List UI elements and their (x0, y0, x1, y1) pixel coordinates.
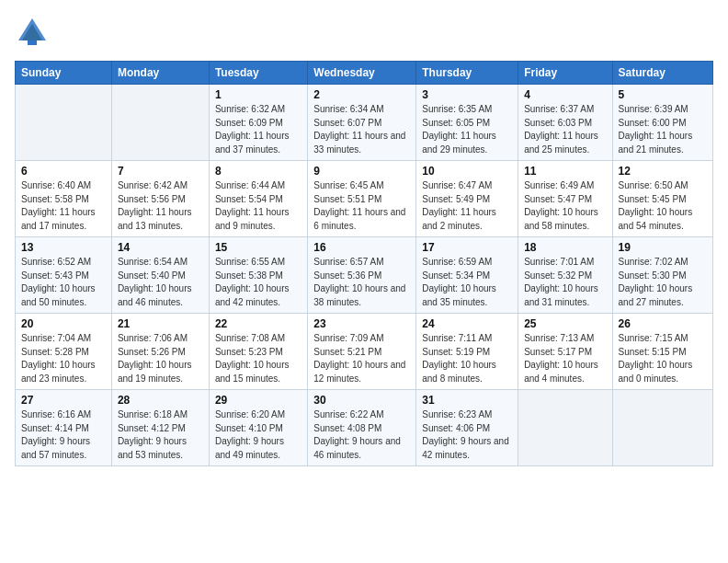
day-detail: Sunrise: 7:02 AMSunset: 5:30 PMDaylight:… (619, 256, 707, 309)
svg-rect-2 (28, 40, 37, 45)
day-detail: Sunrise: 6:34 AMSunset: 6:07 PMDaylight:… (313, 103, 410, 156)
day-detail: Sunrise: 7:08 AMSunset: 5:23 PMDaylight:… (215, 332, 301, 385)
calendar-cell: 5Sunrise: 6:39 AMSunset: 6:00 PMDaylight… (612, 85, 712, 161)
calendar-cell: 10Sunrise: 6:47 AMSunset: 5:49 PMDayligh… (416, 161, 518, 237)
day-detail: Sunrise: 7:13 AMSunset: 5:17 PMDaylight:… (524, 332, 606, 385)
day-detail: Sunrise: 7:09 AMSunset: 5:21 PMDaylight:… (313, 332, 410, 385)
day-detail: Sunrise: 6:55 AMSunset: 5:38 PMDaylight:… (215, 256, 301, 309)
day-number: 30 (313, 394, 410, 407)
calendar-cell (612, 390, 712, 466)
day-number: 4 (524, 88, 606, 101)
calendar-cell: 9Sunrise: 6:45 AMSunset: 5:51 PMDaylight… (308, 161, 416, 237)
day-detail: Sunrise: 7:15 AMSunset: 5:15 PMDaylight:… (619, 332, 707, 385)
day-detail: Sunrise: 7:06 AMSunset: 5:26 PMDaylight:… (118, 332, 203, 385)
day-number: 21 (118, 317, 203, 330)
week-row-1: 1Sunrise: 6:32 AMSunset: 6:09 PMDaylight… (16, 85, 713, 161)
day-number: 18 (524, 241, 606, 254)
day-detail: Sunrise: 6:52 AMSunset: 5:43 PMDaylight:… (21, 256, 106, 309)
day-detail: Sunrise: 6:18 AMSunset: 4:12 PMDaylight:… (118, 408, 203, 462)
calendar-cell: 25Sunrise: 7:13 AMSunset: 5:17 PMDayligh… (518, 314, 612, 390)
calendar-cell: 12Sunrise: 6:50 AMSunset: 5:45 PMDayligh… (612, 161, 712, 237)
calendar-cell: 15Sunrise: 6:55 AMSunset: 5:38 PMDayligh… (209, 237, 307, 314)
day-detail: Sunrise: 6:50 AMSunset: 5:45 PMDaylight:… (619, 179, 707, 233)
calendar-header-tuesday: Tuesday (209, 62, 307, 85)
calendar-header-row: SundayMondayTuesdayWednesdayThursdayFrid… (16, 62, 713, 85)
calendar-table: SundayMondayTuesdayWednesdayThursdayFrid… (15, 61, 713, 466)
day-detail: Sunrise: 6:37 AMSunset: 6:03 PMDaylight:… (524, 103, 606, 156)
day-detail: Sunrise: 7:01 AMSunset: 5:32 PMDaylight:… (524, 256, 606, 309)
day-detail: Sunrise: 6:47 AMSunset: 5:49 PMDaylight:… (422, 179, 512, 233)
week-row-5: 27Sunrise: 6:16 AMSunset: 4:14 PMDayligh… (16, 390, 713, 466)
day-number: 3 (422, 88, 512, 101)
day-number: 14 (118, 241, 203, 254)
day-detail: Sunrise: 6:16 AMSunset: 4:14 PMDaylight:… (21, 408, 106, 462)
calendar-cell: 7Sunrise: 6:42 AMSunset: 5:56 PMDaylight… (111, 161, 209, 237)
calendar-cell: 27Sunrise: 6:16 AMSunset: 4:14 PMDayligh… (16, 390, 112, 466)
calendar-header-monday: Monday (111, 62, 209, 85)
calendar-header-friday: Friday (518, 62, 612, 85)
day-number: 16 (313, 241, 410, 254)
calendar-cell: 28Sunrise: 6:18 AMSunset: 4:12 PMDayligh… (111, 390, 209, 466)
day-detail: Sunrise: 7:11 AMSunset: 5:19 PMDaylight:… (422, 332, 512, 385)
day-number: 13 (21, 241, 106, 254)
day-number: 24 (422, 317, 512, 330)
day-number: 9 (313, 165, 410, 178)
calendar-cell: 30Sunrise: 6:22 AMSunset: 4:08 PMDayligh… (308, 390, 416, 466)
calendar-cell: 31Sunrise: 6:23 AMSunset: 4:06 PMDayligh… (416, 390, 518, 466)
day-detail: Sunrise: 6:40 AMSunset: 5:58 PMDaylight:… (21, 179, 106, 233)
calendar-header-wednesday: Wednesday (308, 62, 416, 85)
calendar-cell: 18Sunrise: 7:01 AMSunset: 5:32 PMDayligh… (518, 237, 612, 314)
day-detail: Sunrise: 6:20 AMSunset: 4:10 PMDaylight:… (215, 408, 301, 462)
day-detail: Sunrise: 6:54 AMSunset: 5:40 PMDaylight:… (118, 256, 203, 309)
day-detail: Sunrise: 6:32 AMSunset: 6:09 PMDaylight:… (215, 103, 301, 156)
day-number: 10 (422, 165, 512, 178)
day-number: 6 (21, 165, 106, 178)
calendar-cell: 11Sunrise: 6:49 AMSunset: 5:47 PMDayligh… (518, 161, 612, 237)
calendar-cell: 22Sunrise: 7:08 AMSunset: 5:23 PMDayligh… (209, 314, 307, 390)
calendar-cell (16, 85, 112, 161)
day-detail: Sunrise: 6:59 AMSunset: 5:34 PMDaylight:… (422, 256, 512, 309)
day-detail: Sunrise: 6:45 AMSunset: 5:51 PMDaylight:… (313, 179, 410, 233)
calendar-cell: 4Sunrise: 6:37 AMSunset: 6:03 PMDaylight… (518, 85, 612, 161)
day-number: 25 (524, 317, 606, 330)
day-number: 5 (619, 88, 707, 101)
calendar-header-saturday: Saturday (612, 62, 712, 85)
day-number: 8 (215, 165, 301, 178)
header (15, 15, 713, 50)
day-detail: Sunrise: 6:42 AMSunset: 5:56 PMDaylight:… (118, 179, 203, 233)
week-row-4: 20Sunrise: 7:04 AMSunset: 5:28 PMDayligh… (16, 314, 713, 390)
day-number: 2 (313, 88, 410, 101)
day-number: 12 (619, 165, 707, 178)
week-row-3: 13Sunrise: 6:52 AMSunset: 5:43 PMDayligh… (16, 237, 713, 314)
day-number: 26 (619, 317, 707, 330)
calendar-cell: 29Sunrise: 6:20 AMSunset: 4:10 PMDayligh… (209, 390, 307, 466)
day-detail: Sunrise: 7:04 AMSunset: 5:28 PMDaylight:… (21, 332, 106, 385)
day-detail: Sunrise: 6:44 AMSunset: 5:54 PMDaylight:… (215, 179, 301, 233)
day-detail: Sunrise: 6:23 AMSunset: 4:06 PMDaylight:… (422, 408, 512, 462)
calendar-cell: 6Sunrise: 6:40 AMSunset: 5:58 PMDaylight… (16, 161, 112, 237)
logo (15, 15, 50, 50)
calendar-cell: 16Sunrise: 6:57 AMSunset: 5:36 PMDayligh… (308, 237, 416, 314)
calendar-cell: 2Sunrise: 6:34 AMSunset: 6:07 PMDaylight… (308, 85, 416, 161)
week-row-2: 6Sunrise: 6:40 AMSunset: 5:58 PMDaylight… (16, 161, 713, 237)
calendar-cell: 14Sunrise: 6:54 AMSunset: 5:40 PMDayligh… (111, 237, 209, 314)
calendar-cell (111, 85, 209, 161)
day-number: 11 (524, 165, 606, 178)
calendar-cell: 21Sunrise: 7:06 AMSunset: 5:26 PMDayligh… (111, 314, 209, 390)
calendar-cell: 13Sunrise: 6:52 AMSunset: 5:43 PMDayligh… (16, 237, 112, 314)
calendar-cell: 3Sunrise: 6:35 AMSunset: 6:05 PMDaylight… (416, 85, 518, 161)
day-number: 1 (215, 88, 301, 101)
day-detail: Sunrise: 6:22 AMSunset: 4:08 PMDaylight:… (313, 408, 410, 462)
day-detail: Sunrise: 6:39 AMSunset: 6:00 PMDaylight:… (619, 103, 707, 156)
calendar-cell: 20Sunrise: 7:04 AMSunset: 5:28 PMDayligh… (16, 314, 112, 390)
calendar-header-sunday: Sunday (16, 62, 112, 85)
day-number: 20 (21, 317, 106, 330)
calendar-cell (518, 390, 612, 466)
day-number: 23 (313, 317, 410, 330)
logo-icon (15, 15, 50, 50)
day-number: 7 (118, 165, 203, 178)
calendar-header-thursday: Thursday (416, 62, 518, 85)
calendar-cell: 26Sunrise: 7:15 AMSunset: 5:15 PMDayligh… (612, 314, 712, 390)
day-detail: Sunrise: 6:49 AMSunset: 5:47 PMDaylight:… (524, 179, 606, 233)
day-number: 28 (118, 394, 203, 407)
